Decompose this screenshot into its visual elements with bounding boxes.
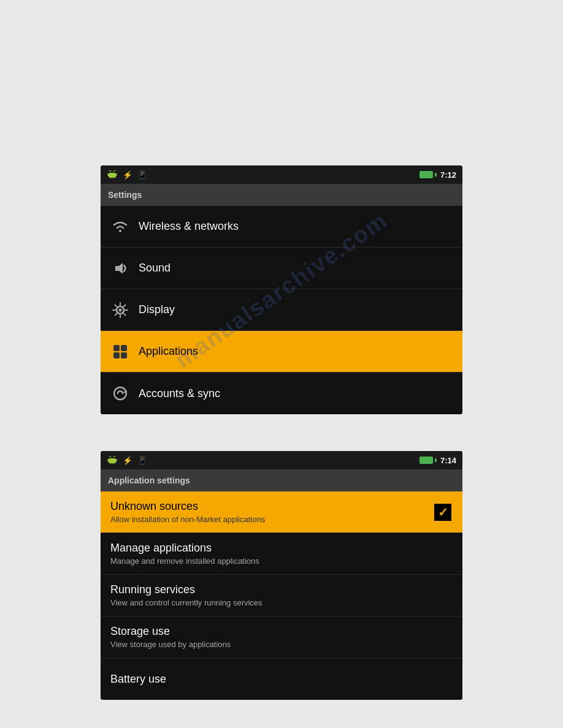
screen2-phone-icon: 📱 xyxy=(137,456,147,465)
display-label: Display xyxy=(139,303,175,316)
battery-tip xyxy=(435,173,437,176)
screen1-status-bar: ⚡ 📱 7:12 xyxy=(101,165,462,184)
battery-use-title: Battery use xyxy=(110,673,166,686)
svg-rect-25 xyxy=(109,458,116,463)
screen2-usb-icon: ⚡ xyxy=(123,456,132,465)
page-wrapper: manualsarchive.com ⚡ 📱 xyxy=(0,0,563,728)
screen2-title-bar: Application settings xyxy=(101,469,462,491)
accounts-icon xyxy=(110,384,130,403)
svg-line-16 xyxy=(124,313,126,315)
svg-line-18 xyxy=(115,313,117,315)
screen2-battery-tip xyxy=(435,458,437,462)
storage-use-content: Storage use View storage used by applica… xyxy=(110,625,231,649)
svg-rect-3 xyxy=(108,173,109,176)
wifi-svg xyxy=(112,220,129,233)
phone-icon: 📱 xyxy=(137,170,147,180)
svg-rect-2 xyxy=(109,173,116,178)
manage-applications-title: Manage applications xyxy=(110,542,259,555)
menu-item-accounts[interactable]: Accounts & sync xyxy=(101,373,462,414)
running-services-content: Running services View and control curren… xyxy=(110,583,262,607)
menu-item-sound[interactable]: Sound xyxy=(101,248,462,289)
svg-rect-21 xyxy=(113,352,120,358)
screen2-status-bar-right: 7:14 xyxy=(419,456,456,465)
sound-icon xyxy=(110,259,130,278)
svg-rect-19 xyxy=(113,345,120,351)
battery-body xyxy=(419,171,433,178)
svg-line-29 xyxy=(113,456,115,457)
battery-icon xyxy=(419,171,437,178)
android-icon xyxy=(107,169,118,180)
unknown-sources-checkbox[interactable]: ✓ xyxy=(433,502,453,522)
svg-line-6 xyxy=(113,170,115,172)
status-bar-right: 7:12 xyxy=(419,170,456,180)
sound-label: Sound xyxy=(139,262,170,275)
screen2-status-bar: ⚡ 📱 7:14 xyxy=(101,451,462,469)
app-settings-item-battery-use[interactable]: Battery use xyxy=(101,658,462,700)
svg-marker-8 xyxy=(115,263,123,274)
screen2-android-icon xyxy=(107,455,118,466)
accounts-svg xyxy=(112,385,129,402)
screen1-time: 7:12 xyxy=(440,170,456,180)
menu-item-wireless[interactable]: Wireless & networks xyxy=(101,206,462,248)
accounts-label: Accounts & sync xyxy=(139,387,220,400)
checkmark-icon: ✓ xyxy=(438,506,448,518)
app-settings-item-manage-applications[interactable]: Manage applications Manage and remove in… xyxy=(101,533,462,575)
menu-item-display[interactable]: Display xyxy=(101,289,462,331)
display-svg xyxy=(112,301,129,319)
svg-line-5 xyxy=(110,170,111,172)
unknown-sources-content: Unknown sources Allow installation of no… xyxy=(110,500,265,524)
screen2-status-bar-left: ⚡ 📱 xyxy=(107,455,147,466)
svg-point-7 xyxy=(119,230,121,232)
sound-svg xyxy=(112,260,129,277)
screen1-title-bar: Settings xyxy=(101,184,462,206)
screen1-title: Settings xyxy=(108,190,142,200)
svg-line-17 xyxy=(124,305,126,306)
app-settings-item-storage-use[interactable]: Storage use View storage used by applica… xyxy=(101,616,462,658)
screen2-title: Application settings xyxy=(108,476,190,485)
svg-line-28 xyxy=(110,456,111,457)
svg-rect-22 xyxy=(121,352,127,358)
svg-point-10 xyxy=(119,308,122,311)
app-settings-item-running-services[interactable]: Running services View and control curren… xyxy=(101,575,462,616)
status-bar-left: ⚡ 📱 xyxy=(107,169,147,180)
unknown-sources-title: Unknown sources xyxy=(110,500,265,513)
svg-rect-4 xyxy=(115,173,117,176)
battery-use-content: Battery use xyxy=(110,673,166,686)
screen1: manualsarchive.com ⚡ 📱 xyxy=(101,165,462,414)
screen2-battery-icon xyxy=(419,457,437,464)
wifi-icon xyxy=(110,217,130,237)
menu-item-applications[interactable]: Applications xyxy=(101,331,462,373)
storage-use-subtitle: View storage used by applications xyxy=(110,640,231,649)
unknown-sources-subtitle: Allow installation of non-Market applica… xyxy=(110,515,265,524)
running-services-subtitle: View and control currently running servi… xyxy=(110,598,262,607)
display-icon xyxy=(110,300,130,320)
screen2: ⚡ 📱 7:14 Application settings Unknown so… xyxy=(101,451,462,700)
screen2-time: 7:14 xyxy=(440,456,456,465)
svg-rect-20 xyxy=(121,345,127,351)
running-services-title: Running services xyxy=(110,583,262,596)
manage-applications-subtitle: Manage and remove installed applications xyxy=(110,556,259,566)
screen2-battery-body xyxy=(419,457,433,464)
applications-label: Applications xyxy=(139,345,198,358)
svg-line-15 xyxy=(115,305,117,306)
applications-svg xyxy=(112,343,129,360)
app-settings-item-unknown-sources[interactable]: Unknown sources Allow installation of no… xyxy=(101,491,462,533)
applications-icon xyxy=(110,342,130,362)
usb-icon: ⚡ xyxy=(123,170,132,180)
storage-use-title: Storage use xyxy=(110,625,231,638)
svg-rect-26 xyxy=(108,459,109,462)
manage-applications-content: Manage applications Manage and remove in… xyxy=(110,542,259,566)
wireless-label: Wireless & networks xyxy=(139,220,239,233)
svg-rect-27 xyxy=(115,459,117,462)
